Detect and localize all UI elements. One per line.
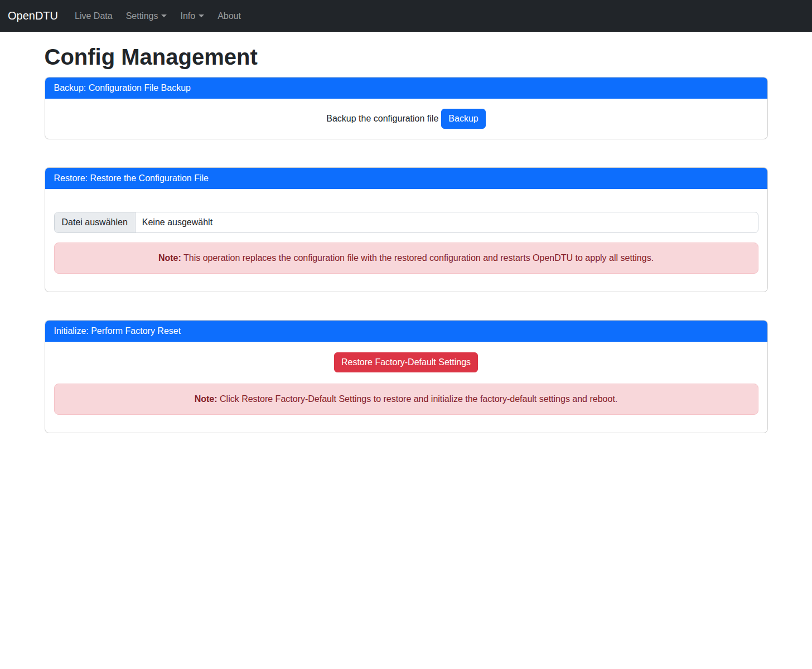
nav-item-info[interactable]: Info bbox=[176, 7, 209, 26]
chevron-down-icon bbox=[199, 14, 204, 17]
nav-item-settings[interactable]: Settings bbox=[122, 7, 172, 26]
nav-item-live-data[interactable]: Live Data bbox=[70, 7, 117, 26]
backup-button[interactable]: Backup bbox=[441, 109, 485, 129]
navbar-brand[interactable]: OpenDTU bbox=[8, 9, 58, 22]
restore-note-prefix: Note: bbox=[158, 253, 181, 263]
restore-note-alert: Note: This operation replaces the config… bbox=[54, 243, 758, 274]
file-selected-status: Keine ausgewählt bbox=[136, 212, 219, 232]
restore-card: Restore: Restore the Configuration File … bbox=[45, 167, 768, 292]
backup-card-header: Backup: Configuration File Backup bbox=[45, 77, 767, 99]
restore-card-body: Datei auswählen Keine ausgewählt Note: T… bbox=[45, 189, 767, 292]
page-title: Config Management bbox=[45, 45, 768, 70]
chevron-down-icon bbox=[161, 14, 167, 17]
nav-item-live-data-label: Live Data bbox=[75, 11, 113, 21]
main-content: Config Management Backup: Configuration … bbox=[45, 32, 768, 433]
factory-reset-card: Initialize: Perform Factory Reset Restor… bbox=[45, 320, 768, 433]
nav-item-info-label: Info bbox=[180, 11, 195, 21]
backup-card: Backup: Configuration File Backup Backup… bbox=[45, 77, 768, 139]
choose-file-button[interactable]: Datei auswählen bbox=[55, 212, 136, 232]
factory-reset-card-body: Restore Factory-Default Settings Note: C… bbox=[45, 342, 767, 433]
backup-card-body: Backup the configuration file Backup bbox=[45, 99, 767, 139]
factory-reset-button-row: Restore Factory-Default Settings bbox=[54, 352, 758, 372]
nav-item-about-label: About bbox=[218, 11, 241, 21]
restore-note-text: This operation replaces the configuratio… bbox=[181, 253, 654, 263]
config-file-input[interactable]: Datei auswählen Keine ausgewählt bbox=[54, 212, 758, 233]
factory-reset-note-text: Click Restore Factory-Default Settings t… bbox=[218, 394, 618, 404]
factory-reset-note-prefix: Note: bbox=[195, 394, 218, 404]
navbar: OpenDTU Live Data Settings Info About bbox=[0, 0, 812, 32]
nav-item-settings-label: Settings bbox=[126, 11, 158, 21]
restore-card-header: Restore: Restore the Configuration File bbox=[45, 168, 767, 189]
factory-reset-note-alert: Note: Click Restore Factory-Default Sett… bbox=[54, 384, 758, 415]
factory-reset-card-header: Initialize: Perform Factory Reset bbox=[45, 321, 767, 342]
nav-item-about[interactable]: About bbox=[213, 7, 245, 26]
factory-reset-button[interactable]: Restore Factory-Default Settings bbox=[334, 352, 478, 372]
backup-description: Backup the configuration file bbox=[326, 114, 438, 124]
